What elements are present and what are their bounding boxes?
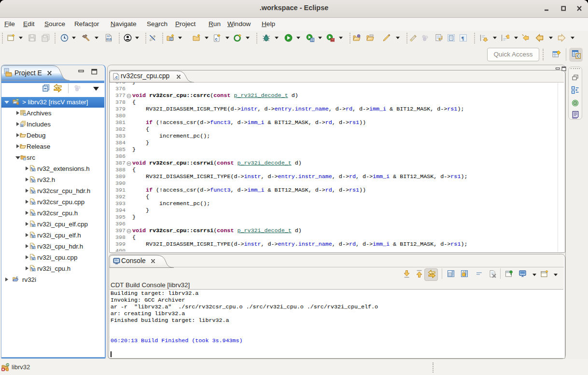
- svg-text:c: c: [215, 37, 218, 42]
- svg-text:c: c: [31, 255, 32, 258]
- svg-text:¶: ¶: [462, 35, 464, 41]
- svg-text:C: C: [7, 363, 9, 366]
- svg-text:C: C: [17, 98, 19, 101]
- svg-text:C: C: [170, 38, 172, 41]
- svg-text:c: c: [16, 276, 18, 279]
- svg-text:h: h: [21, 124, 23, 127]
- svg-text:C: C: [577, 54, 580, 58]
- svg-text:c: c: [31, 222, 32, 225]
- svg-text:010: 010: [106, 38, 112, 41]
- svg-text:.c: .c: [114, 75, 118, 80]
- svg-text:c: c: [31, 199, 32, 203]
